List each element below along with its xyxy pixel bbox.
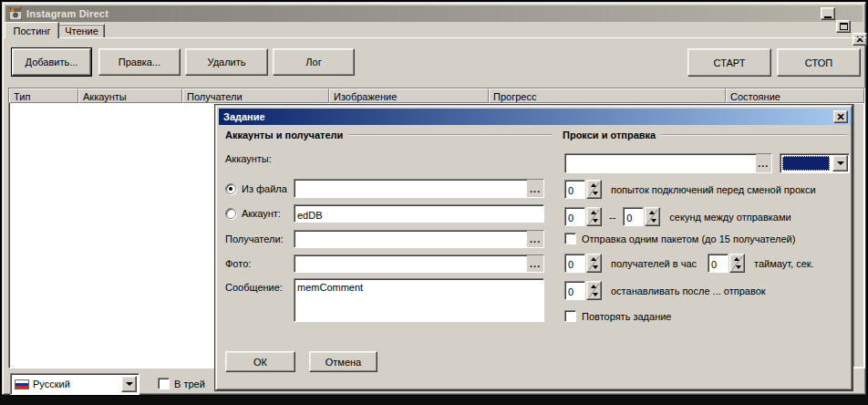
recipients-label: Получатели:	[225, 234, 284, 244]
delay-from-updown-button[interactable]	[586, 207, 602, 226]
account-input[interactable]	[294, 205, 543, 222]
repeat-label: Повторять задание	[582, 311, 671, 322]
delay-to-updown-button[interactable]	[645, 207, 660, 226]
maximize-icon	[840, 23, 848, 30]
minimize-icon	[824, 16, 832, 18]
group-accounts-label: Аккаунты и получатели	[225, 130, 343, 140]
delay-from-spin	[564, 207, 602, 226]
list-scrollbar[interactable]	[853, 104, 863, 367]
stop-after-input[interactable]	[565, 282, 584, 299]
desktop-strip	[0, 396, 868, 405]
tab-posting[interactable]: Постинг	[5, 22, 59, 38]
from-file-label: Из файла	[242, 183, 287, 194]
from-file-input[interactable]	[294, 180, 527, 197]
window-titlebar: Instagram Direct	[5, 5, 863, 22]
close-button[interactable]: ✕	[852, 33, 867, 46]
tab-reading-label: Чтение	[65, 26, 98, 36]
maximize-button[interactable]	[836, 20, 851, 33]
proxy-input[interactable]	[565, 154, 756, 172]
close-icon: ✕	[855, 35, 863, 44]
accounts-label: Аккаунты:	[225, 153, 272, 164]
photo-label: Фото:	[225, 258, 251, 269]
group-line	[661, 134, 847, 136]
attempts-label: попыток подключений перед сменой прокси	[611, 184, 816, 195]
tray-option[interactable]: В трей	[158, 378, 205, 389]
dialog-close-button[interactable]: ✕	[833, 110, 848, 123]
photo-field-wrap: ...	[294, 254, 544, 273]
account-field-wrap	[294, 204, 544, 223]
stop-after-spin	[564, 281, 602, 300]
main-window: Instagram Direct ✕ Постинг Чтение Добави…	[2, 2, 866, 395]
account-radio[interactable]	[225, 208, 236, 219]
dialog-titlebar: Задание	[219, 109, 851, 125]
attempts-updown-button[interactable]	[586, 180, 602, 199]
column-header-accounts[interactable]: Аккаунты	[78, 88, 182, 103]
from-file-radio[interactable]	[225, 183, 236, 194]
per-hour-spin	[564, 254, 602, 273]
language-value: Русский	[33, 379, 121, 389]
delay-to-spin	[623, 207, 660, 226]
timeout-updown-button[interactable]	[729, 254, 745, 273]
stop-button[interactable]: СТОП	[777, 48, 861, 77]
column-header-recipients[interactable]: Получатели	[182, 88, 329, 103]
delay-from-input[interactable]	[565, 208, 584, 225]
message-textarea[interactable]: memComment	[294, 279, 543, 321]
delay-label: секунд между отправками	[669, 212, 790, 223]
batch-label: Отправка одним пакетом (до 15 получателе…	[582, 234, 795, 244]
chevron-down-icon	[837, 161, 844, 165]
batch-row[interactable]: Отправка одним пакетом (до 15 получателе…	[564, 233, 795, 244]
edit-button[interactable]: Правка...	[98, 48, 181, 76]
chevron-down-icon	[126, 382, 133, 386]
column-header-image[interactable]: Изображение	[329, 88, 489, 103]
group-line	[348, 134, 552, 136]
column-header-type[interactable]: Тип	[9, 88, 78, 103]
start-button[interactable]: СТАРТ	[687, 48, 771, 77]
photo-input[interactable]	[294, 255, 527, 272]
proxy-type-selection	[782, 156, 830, 171]
ok-button[interactable]: ОК	[225, 351, 295, 372]
attempts-input[interactable]	[565, 181, 584, 198]
spin-updown-icon	[730, 254, 744, 272]
add-button[interactable]: Добавить...	[12, 48, 91, 76]
delete-button[interactable]: Удалить	[185, 48, 268, 76]
from-file-browse-button[interactable]: ...	[527, 180, 543, 197]
stop-after-updown-button[interactable]	[586, 281, 602, 300]
dialog-title: Задание	[223, 111, 265, 122]
recipients-field-wrap: ...	[294, 230, 544, 248]
column-header-state[interactable]: Состояние	[726, 88, 864, 103]
tray-checkbox[interactable]	[158, 378, 170, 389]
spin-updown-icon	[587, 208, 601, 225]
tab-reading[interactable]: Чтение	[59, 24, 105, 37]
from-file-row: Из файла	[225, 179, 287, 198]
recipients-input[interactable]	[294, 231, 527, 247]
repeat-row[interactable]: Повторять задание	[564, 310, 671, 322]
language-dropdown-button[interactable]	[121, 376, 137, 392]
language-select[interactable]: Русский	[10, 373, 140, 395]
repeat-checkbox[interactable]	[564, 310, 576, 322]
timeout-label: таймаут, сек.	[754, 258, 814, 269]
photo-browse-button[interactable]: ...	[527, 255, 543, 272]
cancel-button[interactable]: Отмена	[309, 351, 377, 372]
proxy-field-wrap: ...	[564, 153, 772, 173]
tray-label: В трей	[174, 379, 205, 389]
delay-to-input[interactable]	[624, 208, 643, 225]
proxy-browse-button[interactable]: ...	[756, 154, 772, 172]
log-button[interactable]: Лог	[273, 48, 355, 76]
spin-updown-icon	[587, 282, 601, 299]
attempts-row: попыток подключений перед сменой прокси	[564, 180, 816, 199]
stop-after-row: останавливать после ... отправок	[564, 281, 766, 300]
attempts-spin	[564, 180, 602, 199]
column-header-progress[interactable]: Прогресс	[489, 88, 726, 103]
spin-updown-icon	[646, 208, 659, 225]
recipients-browse-button[interactable]: ...	[527, 231, 543, 247]
per-hour-row: получателей в час таймаут, сек.	[564, 254, 814, 273]
proxy-type-select[interactable]	[780, 153, 850, 173]
per-hour-input[interactable]	[565, 254, 584, 272]
timeout-input[interactable]	[708, 254, 728, 272]
account-row: Аккаунт:	[225, 204, 281, 223]
per-hour-updown-button[interactable]	[586, 254, 602, 273]
minimize-button[interactable]	[821, 7, 835, 20]
message-label: Сообщение:	[225, 282, 283, 293]
proxy-type-dropdown-button[interactable]	[832, 155, 848, 171]
batch-checkbox[interactable]	[564, 233, 576, 244]
